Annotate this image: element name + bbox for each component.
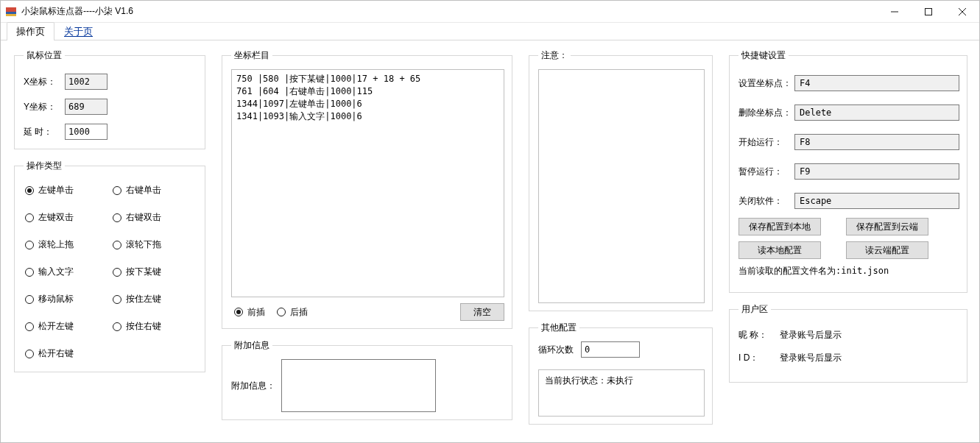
group-mouse-position: 鼠标位置 X坐标： Y坐标： 延 时：: [14, 49, 205, 149]
read-local-button[interactable]: 读本地配置: [738, 241, 821, 259]
user-id-label: I D：: [738, 352, 780, 364]
tab-about[interactable]: 关于页: [54, 22, 102, 40]
titlebar: 小柒鼠标连点器----小柒 V1.6: [1, 1, 979, 23]
svg-rect-4: [926, 9, 932, 15]
user-nick-label: 昵 称：: [738, 329, 780, 341]
radio-press-key[interactable]: 按下某键: [113, 266, 196, 278]
group-hotkeys: 快捷键设置 设置坐标点： 删除坐标点： 开始运行： 暂停运行： 关闭软件： 保存…: [729, 49, 967, 293]
hk-start-input[interactable]: [794, 134, 959, 150]
delay-label: 延 时：: [24, 126, 65, 138]
radio-insert-before[interactable]: 前插: [234, 306, 265, 319]
minimize-button[interactable]: [878, 1, 912, 23]
radio-insert-after[interactable]: 后插: [277, 306, 308, 319]
content-area: 鼠标位置 X坐标： Y坐标： 延 时： 操作类型 左键单击 右: [1, 40, 979, 443]
radio-right-dbl[interactable]: 右键双击: [113, 211, 196, 224]
notice-legend: 注意：: [538, 49, 571, 62]
extra-info-legend: 附加信息: [231, 339, 272, 352]
group-user: 用户区 昵 称：登录账号后显示 I D：登录账号后显示: [729, 303, 967, 383]
user-legend: 用户区: [738, 303, 771, 316]
radio-right-click[interactable]: 右键单击: [113, 184, 196, 196]
hk-delpoint-input[interactable]: [794, 104, 959, 121]
x-coord-label: X坐标：: [24, 76, 65, 88]
notice-box: [538, 69, 705, 303]
extra-info-label: 附加信息：: [231, 380, 275, 392]
loop-count-label: 循环次数: [538, 344, 574, 356]
other-config-legend: 其他配置: [538, 322, 579, 334]
hk-setpoint-label: 设置坐标点：: [738, 77, 794, 90]
app-icon: [5, 6, 17, 18]
hk-close-input[interactable]: [794, 193, 959, 209]
radio-hold-left[interactable]: 按住左键: [113, 293, 196, 305]
y-coord-label: Y坐标：: [24, 101, 65, 113]
group-notice: 注意：: [529, 49, 713, 311]
radio-move-mouse[interactable]: 移动鼠标: [25, 293, 108, 305]
group-extra-info: 附加信息 附加信息：: [222, 339, 512, 420]
operation-type-legend: 操作类型: [24, 160, 65, 172]
read-cloud-button[interactable]: 读云端配置: [846, 241, 928, 259]
hk-pause-input[interactable]: [794, 163, 959, 180]
tab-operate[interactable]: 操作页: [7, 22, 54, 40]
window-title: 小柒鼠标连点器----小柒 V1.6: [21, 5, 133, 18]
save-local-button[interactable]: 保存配置到本地: [738, 218, 821, 235]
group-coord-list: 坐标栏目 750 |580 |按下某键|1000|17 + 18 + 65 76…: [222, 49, 512, 329]
hk-setpoint-input[interactable]: [794, 75, 959, 91]
radio-input-text[interactable]: 输入文字: [25, 266, 108, 278]
hk-pause-label: 暂停运行：: [738, 166, 794, 178]
extra-info-input[interactable]: [281, 359, 436, 412]
svg-rect-1: [6, 12, 16, 14]
radio-hold-right[interactable]: 按住右键: [113, 320, 196, 333]
group-operation-type: 操作类型 左键单击 右键单击 左键双击 右键双击 滚轮上拖 滚轮下拖 输入文字 …: [14, 160, 205, 372]
radio-left-click[interactable]: 左键单击: [25, 184, 108, 196]
svg-rect-2: [6, 14, 16, 16]
coord-listbox[interactable]: 750 |580 |按下某键|1000|17 + 18 + 65 761 |60…: [231, 69, 504, 297]
hk-start-label: 开始运行：: [738, 136, 794, 149]
exec-status-box: 当前执行状态：未执行: [538, 369, 705, 417]
user-nick-value: 登录账号后显示: [780, 329, 842, 341]
current-config-file-label: 当前读取的配置文件名为:init.json: [738, 265, 959, 277]
coord-list-legend: 坐标栏目: [231, 49, 272, 62]
radio-release-right[interactable]: 松开右键: [25, 347, 108, 360]
y-coord-value: [65, 99, 107, 115]
radio-left-dbl[interactable]: 左键双击: [25, 211, 108, 224]
save-cloud-button[interactable]: 保存配置到云端: [846, 218, 928, 235]
hk-delpoint-label: 删除坐标点：: [738, 107, 794, 119]
x-coord-value: [65, 74, 107, 90]
user-id-value: 登录账号后显示: [780, 352, 842, 364]
main-window: 小柒鼠标连点器----小柒 V1.6 操作页 关于页 鼠标位置 X坐标： Y坐标…: [0, 0, 980, 443]
svg-rect-0: [6, 7, 16, 12]
radio-release-left[interactable]: 松开左键: [25, 320, 108, 333]
hk-close-label: 关闭软件：: [738, 195, 794, 208]
close-button[interactable]: [945, 1, 979, 23]
radio-wheel-up[interactable]: 滚轮上拖: [25, 238, 108, 251]
delay-input[interactable]: [65, 124, 107, 140]
radio-wheel-down[interactable]: 滚轮下拖: [113, 238, 196, 251]
mouse-position-legend: 鼠标位置: [24, 49, 65, 62]
maximize-button[interactable]: [912, 1, 945, 23]
group-other-config: 其他配置 循环次数 当前执行状态：未执行: [529, 322, 713, 425]
hotkeys-legend: 快捷键设置: [738, 49, 789, 62]
clear-button[interactable]: 清空: [460, 303, 504, 321]
tabstrip: 操作页 关于页: [1, 23, 979, 40]
window-controls: [878, 1, 979, 22]
loop-count-input[interactable]: [581, 341, 640, 358]
